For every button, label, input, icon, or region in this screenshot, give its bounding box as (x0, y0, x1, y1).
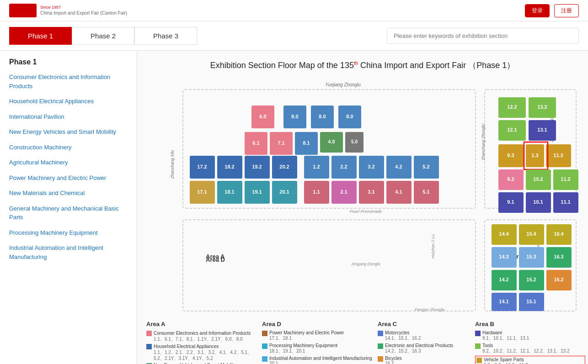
legend-item: Power Machinery and Electric Power17.1、1… (262, 330, 372, 342)
legend-color (262, 356, 267, 362)
svg-text:4.2: 4.2 (395, 164, 402, 169)
svg-text:18.1: 18.1 (225, 189, 234, 195)
svg-text:17.2: 17.2 (197, 164, 207, 169)
sidebar-item-new-energy-vehicles[interactable]: New Energy Vehicles and Smart Mobility (9, 127, 128, 137)
svg-text:11.2: 11.2 (561, 176, 570, 182)
area-c-legend: Area C Motorcycles14.1、15.1、16.2 Electro… (378, 321, 470, 364)
legend-item: Electronic and Electrical Products14.2、1… (378, 343, 470, 354)
svg-text:8.0: 8.0 (319, 114, 326, 119)
svg-text:12.1: 12.1 (507, 127, 517, 132)
content-area: Exhibition Section Floor Map of the 135t… (137, 51, 588, 364)
svg-text:4.1: 4.1 (395, 189, 402, 195)
phase-1-button[interactable]: Phase 1 (9, 27, 72, 45)
svg-text:2.2: 2.2 (340, 164, 347, 169)
svg-text:3.1: 3.1 (368, 189, 374, 195)
register-button[interactable]: 注册 (554, 4, 579, 17)
svg-text:5.0: 5.0 (351, 139, 358, 144)
legend-color (378, 331, 383, 336)
svg-text:15.1: 15.1 (526, 299, 536, 304)
legend-color (262, 343, 267, 349)
search-input[interactable] (387, 28, 579, 44)
legend-item: Bicycles16.2 (378, 356, 470, 364)
svg-text:Zhanchang Xilu: Zhanchang Xilu (170, 150, 175, 179)
header: Since 1957 China Import and Export Fair … (0, 0, 588, 21)
legend-color (262, 331, 267, 336)
area-a-title: Area A (146, 321, 257, 327)
legend-item: Motorcycles14.1、15.1、16.2 (378, 330, 470, 342)
phase-bar: Phase 1 Phase 2 Phase 3 (0, 21, 588, 51)
svg-text:15.2: 15.2 (526, 277, 536, 282)
phase-2-button[interactable]: Phase 2 (72, 27, 134, 45)
logo-text: Since 1957 China Import and Export Fair … (40, 5, 127, 17)
svg-text:4.0: 4.0 (328, 139, 335, 144)
main-layout: Phase 1 Consumer Electronics and Informa… (0, 51, 588, 364)
legend-item: Hardware9.1、10.1、11.1、13.1 (475, 330, 585, 342)
area-d-legend: Area D Power Machinery and Electric Powe… (262, 321, 372, 364)
sidebar-item-international-pavilion[interactable]: International Pavilion (9, 112, 128, 121)
legend-item: Industrial Automation and Intelligent Ma… (262, 356, 372, 364)
svg-text:1.1: 1.1 (313, 189, 320, 195)
legend-color (378, 343, 383, 349)
login-button[interactable]: 登录 (525, 4, 550, 17)
svg-text:12.2: 12.2 (507, 104, 517, 110)
legend-vehicle-spare-parts: Vehicle Spare Parts9.2、9.3、10.3、11.3 (475, 356, 585, 364)
legend-text: Hardware9.1、10.1、11.1、13.1 (482, 330, 529, 342)
legend-text: Motorcycles14.1、15.1、16.2 (385, 330, 421, 342)
svg-text:19.2: 19.2 (252, 164, 262, 169)
svg-text:14.2: 14.2 (499, 277, 508, 282)
svg-text:7.1: 7.1 (278, 140, 284, 146)
sidebar-item-industrial-automation[interactable]: Industrial Automation and Intelligent Ma… (9, 243, 128, 261)
sidebar-item-household-appliances[interactable]: Household Electrical Appliances (9, 97, 128, 106)
legend-color (378, 356, 383, 362)
legend-text: Processing Machinery Equipment18.1、19.1、… (269, 343, 337, 354)
svg-text:Yuejiang Zhonglu: Yuejiang Zhonglu (325, 82, 361, 87)
sidebar-item-construction-machinery[interactable]: Construction Machinery (9, 143, 128, 152)
svg-text:5.2: 5.2 (422, 164, 429, 169)
svg-text:16.4: 16.4 (554, 231, 564, 237)
legend-text: Household Electrical Appliances1.1、1.2、2… (154, 343, 257, 361)
area-b-title: Area B (475, 321, 585, 327)
svg-text:11.3: 11.3 (553, 153, 563, 158)
svg-text:15.4: 15.4 (526, 231, 536, 237)
svg-text:10.2: 10.2 (533, 176, 543, 182)
legend-text: Bicycles16.2 (385, 356, 402, 364)
svg-text:8.1: 8.1 (303, 140, 310, 146)
legend-text: Power Machinery and Electric Power17.1、1… (269, 330, 344, 342)
svg-text:9.1: 9.1 (507, 199, 514, 205)
svg-text:11.1: 11.1 (561, 199, 570, 205)
svg-text:8.0: 8.0 (291, 114, 298, 119)
svg-rect-12 (183, 220, 476, 311)
sidebar-item-consumer-electronics[interactable]: Consumer Electronics and Information Pro… (9, 73, 128, 90)
svg-text:8.0: 8.0 (346, 114, 353, 119)
svg-text:Xingang Donglu: Xingang Donglu (351, 262, 380, 266)
sidebar-item-general-machinery[interactable]: General Machinery and Mechanical Basic P… (9, 204, 128, 222)
svg-text:13.1: 13.1 (537, 127, 547, 132)
legend-color (476, 358, 482, 363)
svg-text:14.3: 14.3 (499, 254, 508, 259)
logo-area: Since 1957 China Import and Export Fair … (9, 4, 127, 17)
legend-text: Tools9.2、10.2、11.2、12.1、12.2、13.1、13.2 (482, 343, 570, 354)
legend-item: Tools9.2、10.2、11.2、12.1、12.2、13.1、13.2 (475, 343, 585, 354)
legend-text: Consumer Electronics and Information Pro… (154, 330, 251, 342)
svg-text:16.3: 16.3 (554, 254, 563, 259)
svg-text:6.1: 6.1 (252, 140, 259, 146)
svg-text:18.2: 18.2 (225, 164, 234, 169)
phase-3-button[interactable]: Phase 3 (134, 27, 197, 45)
area-c-title: Area C (378, 321, 470, 327)
legend-text: Vehicle Spare Parts9.2、9.3、10.3、11.3 (484, 357, 528, 364)
sidebar-title: Phase 1 (9, 58, 128, 66)
sidebar-item-processing-machinery[interactable]: Processing Machinery Equipment (9, 228, 128, 237)
legend-text: Electronic and Electrical Products14.2、1… (385, 343, 453, 354)
sidebar-item-power-machinery[interactable]: Power Machinery and Electric Power (9, 174, 128, 183)
legend-section: Area A Consumer Electronics and Informat… (146, 321, 585, 364)
sidebar: Phase 1 Consumer Electronics and Informa… (0, 51, 137, 364)
svg-text:Huizhan 2 Lu: Huizhan 2 Lu (431, 234, 435, 258)
legend-item: Consumer Electronics and Information Pro… (146, 330, 257, 342)
svg-text:6.0: 6.0 (259, 114, 266, 119)
svg-text:13.2: 13.2 (537, 104, 547, 110)
sidebar-item-agricultural-machinery[interactable]: Agricultural Machinery (9, 158, 128, 167)
area-d-title: Area D (262, 321, 372, 327)
sidebar-item-new-materials[interactable]: New Materials and Chemical (9, 189, 128, 198)
header-right: 登录 注册 (525, 4, 579, 17)
svg-text:16.2: 16.2 (554, 277, 563, 282)
